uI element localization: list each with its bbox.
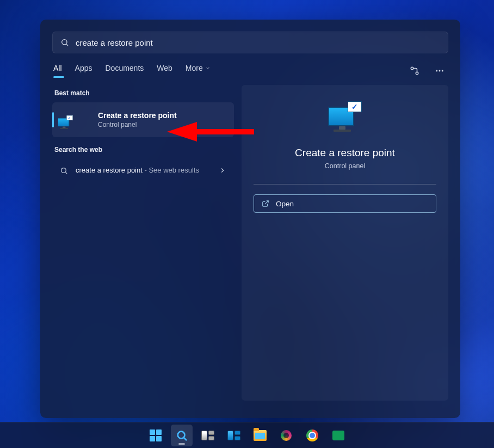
desktop-wallpaper: All Apps Documents Web More Bes xyxy=(0,0,494,448)
taskbar-widgets-button[interactable] xyxy=(223,425,245,446)
search-icon xyxy=(60,38,69,47)
section-best-match: Best match xyxy=(54,89,234,97)
svg-line-8 xyxy=(65,172,67,174)
filter-tabs-row: All Apps Documents Web More xyxy=(52,63,448,78)
taskbar-file-explorer[interactable] xyxy=(249,425,271,446)
result-thumbnail: ✓ xyxy=(58,115,73,125)
ellipsis-icon xyxy=(435,66,444,76)
chevron-right-icon xyxy=(219,167,226,174)
result-subtitle: Control panel xyxy=(98,121,177,128)
taskbar-app-loading[interactable] xyxy=(275,425,297,446)
tab-documents[interactable]: Documents xyxy=(105,64,144,78)
open-button[interactable]: Open xyxy=(254,194,436,213)
svg-line-1 xyxy=(66,44,68,46)
web-result-query: create a restore point xyxy=(76,166,143,174)
search-icon xyxy=(60,167,68,175)
web-result-text: create a restore point - See web results xyxy=(76,165,211,175)
start-search-panel: All Apps Documents Web More Bes xyxy=(40,20,460,418)
open-button-label: Open xyxy=(276,200,294,208)
spinner-icon xyxy=(281,430,292,441)
taskbar-start-button[interactable] xyxy=(145,425,166,446)
svg-point-2 xyxy=(411,67,413,70)
web-result-suffix: - See web results xyxy=(143,166,199,174)
svg-line-9 xyxy=(265,201,268,204)
search-input[interactable] xyxy=(76,38,440,47)
section-search-web: Search the web xyxy=(54,146,234,154)
svg-point-5 xyxy=(439,70,441,72)
taskbar xyxy=(0,422,494,448)
quick-search-options-button[interactable] xyxy=(407,63,422,78)
divider xyxy=(254,184,436,185)
svg-point-0 xyxy=(62,40,67,45)
widgets-icon xyxy=(227,431,240,440)
windows-logo-icon xyxy=(150,429,162,441)
file-explorer-icon xyxy=(254,430,267,441)
tab-apps[interactable]: Apps xyxy=(75,64,92,78)
preview-column: ✓ Create a restore point Control panel O… xyxy=(242,85,448,401)
flow-icon xyxy=(410,66,419,76)
tab-web[interactable]: Web xyxy=(157,64,172,78)
svg-point-7 xyxy=(61,168,66,173)
taskbar-chat[interactable] xyxy=(328,425,349,446)
chevron-down-icon xyxy=(205,65,211,71)
task-view-icon xyxy=(201,431,214,440)
chat-icon xyxy=(332,431,344,440)
web-result-row[interactable]: create a restore point - See web results xyxy=(52,159,234,182)
more-options-button[interactable] xyxy=(432,63,447,78)
tab-more-label: More xyxy=(186,64,203,72)
svg-line-13 xyxy=(184,437,187,440)
search-box[interactable] xyxy=(52,32,448,53)
svg-point-3 xyxy=(416,72,418,75)
search-icon xyxy=(176,429,188,441)
taskbar-chrome[interactable] xyxy=(301,425,323,446)
taskbar-task-view-button[interactable] xyxy=(197,425,219,446)
svg-point-6 xyxy=(442,70,443,72)
result-title: Create a restore point xyxy=(98,111,177,120)
preview-subtitle: Control panel xyxy=(325,162,365,170)
open-external-icon xyxy=(262,200,269,207)
svg-point-4 xyxy=(436,70,437,72)
results-column: Best match ✓ Create a restore point Cont… xyxy=(52,85,234,401)
tab-all[interactable]: All xyxy=(53,64,62,78)
taskbar-search-button[interactable] xyxy=(171,425,193,446)
tab-more[interactable]: More xyxy=(186,64,211,78)
preview-title: Create a restore point xyxy=(295,147,395,159)
preview-app-icon: ✓ xyxy=(328,101,362,133)
chrome-icon xyxy=(306,429,318,441)
result-create-restore-point[interactable]: ✓ Create a restore point Control panel xyxy=(52,102,234,137)
